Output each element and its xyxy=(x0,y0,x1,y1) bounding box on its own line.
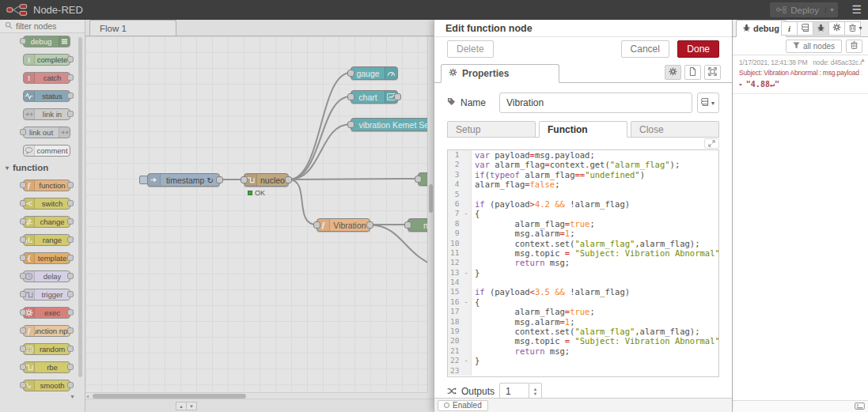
palette-node-rbe[interactable]: rbe xyxy=(23,361,70,373)
palette-search[interactable] xyxy=(0,20,85,33)
code-line[interactable]: 7 -{ xyxy=(448,209,718,218)
flow-node-msg[interactable]: msg xyxy=(407,218,427,232)
canvas-horizontal-scrollbar[interactable]: ◂ xyxy=(85,392,427,399)
sidebar-gear-button[interactable] xyxy=(828,21,845,36)
canvas-vertical-scrollbar[interactable] xyxy=(427,36,434,392)
node-description-button[interactable] xyxy=(684,65,701,80)
palette-node-change[interactable]: change xyxy=(23,216,70,228)
wire[interactable] xyxy=(289,124,351,180)
input-port[interactable] xyxy=(313,221,320,229)
main-menu-icon[interactable]: ☰ xyxy=(851,2,862,17)
code-line[interactable]: 15 if (payload<3.5 && !alarm_flag) xyxy=(448,287,718,297)
tab-function[interactable]: Function xyxy=(539,121,627,138)
flow-node-vibration[interactable]: ƒVibration xyxy=(316,218,370,232)
tab-flow-1[interactable]: Flow 1 xyxy=(89,20,176,36)
palette-node-smooth[interactable]: smooth xyxy=(23,380,70,391)
debug-message[interactable]: 1/17/2021, 12:41:38 PM node: d45ac32c.c4… xyxy=(733,55,868,94)
wire[interactable] xyxy=(289,96,351,180)
tab-setup[interactable]: Setup xyxy=(447,121,536,138)
code-line[interactable]: 14 xyxy=(448,278,718,287)
expand-editor-button[interactable] xyxy=(704,138,719,149)
done-button[interactable]: Done xyxy=(677,40,719,58)
code-line[interactable]: 22 -} xyxy=(448,356,718,365)
filter-nodes-input[interactable] xyxy=(16,21,78,31)
flow-node-gauge[interactable]: gauge xyxy=(351,66,398,80)
library-button[interactable]: ▼ xyxy=(697,93,719,113)
flow-node-kemet[interactable]: vibration Kemet Sensor xyxy=(351,118,427,131)
palette-node-exec[interactable]: exec xyxy=(23,307,70,319)
code-line[interactable]: 16 -{ xyxy=(448,297,718,307)
sidebar-book-button[interactable] xyxy=(797,21,813,36)
palette-node-debug[interactable]: debug xyxy=(23,36,70,47)
palette-node-delay[interactable]: delay xyxy=(23,270,70,282)
node-appearance-button[interactable] xyxy=(704,65,721,80)
inject-button[interactable] xyxy=(139,176,148,184)
input-port[interactable] xyxy=(404,221,411,229)
palette-scroll-down-icon[interactable]: ▼ xyxy=(70,394,75,399)
code-line[interactable]: 4 alarm_flag=false; xyxy=(448,180,718,189)
tab-close[interactable]: Close xyxy=(631,121,719,138)
code-line[interactable]: 10 context.set("alarm_flag",alarm_flag); xyxy=(448,239,718,248)
palette-node-comment[interactable]: comment xyxy=(23,145,70,157)
event-log-console-icon[interactable] xyxy=(855,401,865,412)
tab-properties[interactable]: Properties xyxy=(441,64,559,83)
enabled-toggle-button[interactable]: Enabled xyxy=(438,400,488,411)
code-line[interactable]: 18 msg.alarm=1; xyxy=(448,317,718,327)
cancel-button[interactable]: Cancel xyxy=(621,40,669,58)
expand-value-caret-icon[interactable]: ▸ xyxy=(739,81,743,88)
palette-node-trigger[interactable]: trigger xyxy=(23,289,70,300)
sidebar-bug-button[interactable] xyxy=(813,21,829,36)
input-port[interactable] xyxy=(241,176,248,183)
scroll-left-icon[interactable]: ◂ xyxy=(86,393,89,399)
messages-scroll-up-icon[interactable]: ▲ xyxy=(860,57,866,62)
code-line[interactable]: 3 if(typeof alarm_flag=="undefined") xyxy=(448,170,718,180)
deploy-button[interactable]: Deploy ▼ xyxy=(770,2,838,17)
palette-node-range[interactable]: range xyxy=(23,234,70,246)
palette-node-complete[interactable]: !complete xyxy=(23,54,70,66)
code-line[interactable]: 21 return msg; xyxy=(448,346,718,356)
code-line[interactable]: 2 var alarm_flag=context.get("alarm_flag… xyxy=(448,160,718,169)
flow-node-nucleo[interactable]: nucleoOK xyxy=(244,173,289,187)
code-line[interactable]: 8 alarm_flag=true; xyxy=(448,219,718,229)
output-port[interactable] xyxy=(366,221,373,229)
palette-node-template[interactable]: {template xyxy=(23,252,70,264)
palette-node-catch[interactable]: !catch xyxy=(23,72,70,84)
palette-node-status[interactable]: status xyxy=(23,90,70,102)
code-line[interactable]: 13 -} xyxy=(448,268,718,278)
palette-node-link-out[interactable]: link out xyxy=(23,127,70,138)
output-port[interactable] xyxy=(394,93,401,100)
tab-debug[interactable]: debug xyxy=(736,20,787,37)
spinner-down-icon[interactable]: ▼ xyxy=(533,391,537,396)
output-port[interactable] xyxy=(285,176,292,183)
wire[interactable] xyxy=(289,179,418,180)
sidebar-options-caret-icon[interactable]: ▼ xyxy=(858,25,863,31)
scroll-up-button[interactable]: ▲ xyxy=(176,402,187,410)
code-line[interactable]: 19 context.set("alarm_flag",alarm_flag); xyxy=(448,327,718,336)
flow-canvas[interactable]: gaugechartvibration Kemet Sensortimestam… xyxy=(85,36,427,392)
delete-button[interactable]: Delete xyxy=(447,40,494,58)
palette-node-link-in[interactable]: link in xyxy=(23,108,70,120)
input-port[interactable] xyxy=(347,70,354,77)
code-line[interactable]: 11 msg.topic = "Subject: Vibration Abnor… xyxy=(448,248,718,258)
sidebar-info-button[interactable]: i xyxy=(781,21,798,36)
code-line[interactable]: 23 xyxy=(448,366,718,376)
code-line[interactable]: 20 msg.topic = "Subject: Vibration Abnor… xyxy=(448,336,718,346)
filter-all-nodes-button[interactable]: all nodes xyxy=(786,40,842,53)
code-line[interactable]: 6 if (payload>4.2 && !alarm_flag) xyxy=(448,199,718,209)
palette-node-function-npm[interactable]: ƒfunction npm xyxy=(23,325,70,337)
input-port[interactable] xyxy=(347,121,354,128)
deploy-options-caret-icon[interactable]: ▼ xyxy=(825,7,838,13)
name-input[interactable] xyxy=(499,93,692,113)
code-line[interactable]: 5 xyxy=(448,190,718,199)
palette-node-random[interactable]: random xyxy=(23,343,70,355)
flow-node-stub[interactable] xyxy=(418,172,427,186)
scroll-down-button[interactable]: ▼ xyxy=(186,402,197,410)
output-port[interactable] xyxy=(216,176,223,183)
clear-messages-button[interactable] xyxy=(846,40,862,53)
wire[interactable] xyxy=(289,180,316,225)
code-line[interactable]: 1 var payload=msg.payload; xyxy=(448,150,718,160)
palette-scrollbar[interactable] xyxy=(78,37,82,377)
palette-category-function[interactable]: ▾ function xyxy=(6,163,85,172)
input-port[interactable] xyxy=(347,93,354,100)
flow-node-chart[interactable]: chart xyxy=(351,90,398,104)
